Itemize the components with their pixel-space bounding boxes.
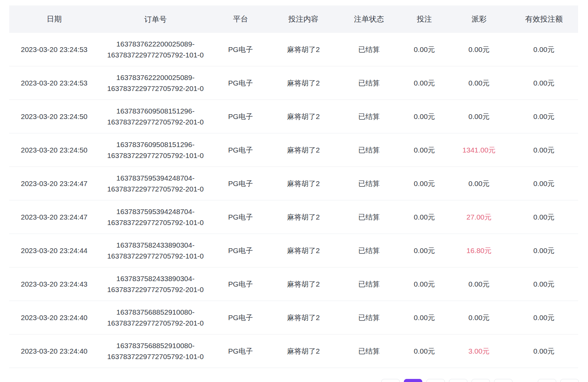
cell-bet-amount: 0.00元: [400, 145, 448, 155]
header-cell-valid: 有效投注额: [510, 14, 578, 24]
cell-platform: PG电子: [212, 45, 269, 54]
cell-valid-amount: 0.00元: [510, 279, 578, 289]
cell-order-number: 1637837595394248704-1637837229772705792-…: [99, 206, 212, 228]
pagination-button-active[interactable]: [404, 379, 422, 382]
table-row: 2023-03-20 23:24:40 1637837568852910080-…: [9, 301, 578, 334]
header-cell-platform: 平台: [212, 14, 269, 24]
cell-bet-content: 麻将胡了2: [269, 346, 338, 356]
cell-platform: PG电子: [212, 112, 269, 121]
cell-platform: PG电子: [212, 313, 269, 322]
cell-order-number: 1637837609508151296-1637837229772705792-…: [99, 139, 212, 161]
cell-date: 2023-03-20 23:24:47: [9, 213, 99, 221]
cell-platform: PG电子: [212, 212, 269, 222]
cell-date: 2023-03-20 23:24:43: [9, 280, 99, 288]
cell-valid-amount: 0.00元: [510, 145, 578, 155]
cell-bet-amount: 0.00元: [400, 179, 448, 188]
cell-payout: 0.00元: [448, 112, 510, 121]
cell-bet-content: 麻将胡了2: [269, 45, 338, 54]
cell-status: 已结算: [338, 246, 400, 255]
table-row: 2023-03-20 23:24:50 1637837609508151296-…: [9, 133, 578, 167]
cell-bet-content: 麻将胡了2: [269, 279, 338, 289]
cell-order-number: 1637837609508151296-1637837229772705792-…: [99, 106, 212, 127]
header-cell-date: 日期: [9, 14, 99, 24]
cell-status: 已结算: [338, 313, 400, 322]
header-cell-status: 注单状态: [338, 14, 400, 24]
cell-bet-amount: 0.00元: [400, 45, 448, 54]
cell-valid-amount: 0.00元: [510, 346, 578, 356]
cell-payout: 16.80元: [448, 246, 510, 255]
cell-bet-amount: 0.00元: [400, 246, 448, 255]
table-row: 2023-03-20 23:24:40 1637837568852910080-…: [9, 334, 578, 368]
cell-bet-amount: 0.00元: [400, 78, 448, 88]
cell-payout: 0.00元: [448, 279, 510, 289]
pagination-button[interactable]: [560, 379, 579, 382]
cell-date: 2023-03-20 23:24:40: [9, 347, 99, 355]
pagination-button[interactable]: [449, 379, 467, 382]
table-row: 2023-03-20 23:24:44 1637837582433890304-…: [9, 234, 578, 267]
header-cell-content: 投注内容: [269, 14, 338, 24]
cell-payout: 3.00元: [448, 346, 510, 356]
cell-status: 已结算: [338, 45, 400, 54]
table-row: 2023-03-20 23:24:43 1637837582433890304-…: [9, 267, 578, 301]
pagination-button[interactable]: [471, 379, 490, 382]
table-header-row: 日期 订单号 平台 投注内容 注单状态 投注 派彩 有效投注额: [9, 5, 578, 33]
cell-valid-amount: 0.00元: [510, 179, 578, 188]
pagination-button[interactable]: [426, 379, 445, 382]
cell-date: 2023-03-20 23:24:44: [9, 247, 99, 255]
cell-order-number: 1637837622200025089-1637837229772705792-…: [99, 39, 212, 60]
table-body: 2023-03-20 23:24:53 1637837622200025089-…: [9, 33, 578, 368]
cell-status: 已结算: [338, 212, 400, 222]
cell-platform: PG电子: [212, 179, 269, 188]
bet-records-table: 日期 订单号 平台 投注内容 注单状态 投注 派彩 有效投注额 2023-03-…: [9, 5, 578, 368]
cell-payout: 0.00元: [448, 78, 510, 88]
table-row: 2023-03-20 23:24:47 1637837595394248704-…: [9, 167, 578, 200]
cell-date: 2023-03-20 23:24:50: [9, 113, 99, 121]
cell-date: 2023-03-20 23:24:53: [9, 79, 99, 87]
cell-payout: 27.00元: [448, 212, 510, 222]
pagination-button[interactable]: [494, 379, 512, 382]
table-row: 2023-03-20 23:24:47 1637837595394248704-…: [9, 200, 578, 234]
cell-valid-amount: 0.00元: [510, 45, 578, 54]
cell-status: 已结算: [338, 78, 400, 88]
cell-status: 已结算: [338, 279, 400, 289]
cell-valid-amount: 0.00元: [510, 246, 578, 255]
cell-order-number: 1637837568852910080-1637837229772705792-…: [99, 307, 212, 328]
header-cell-order: 订单号: [99, 14, 212, 25]
cell-bet-content: 麻将胡了2: [269, 246, 338, 255]
table-row: 2023-03-20 23:24:50 1637837609508151296-…: [9, 100, 578, 133]
header-cell-payout: 派彩: [448, 14, 510, 24]
cell-bet-content: 麻将胡了2: [269, 313, 338, 322]
cell-platform: PG电子: [212, 78, 269, 88]
header-cell-bet: 投注: [400, 14, 448, 24]
pagination-button[interactable]: [538, 379, 556, 382]
cell-bet-amount: 0.00元: [400, 313, 448, 322]
cell-payout: 0.00元: [448, 179, 510, 188]
cell-valid-amount: 0.00元: [510, 313, 578, 322]
pagination-button[interactable]: [381, 379, 400, 382]
pagination-gap: [517, 379, 534, 382]
cell-date: 2023-03-20 23:24:53: [9, 45, 99, 54]
cell-valid-amount: 0.00元: [510, 78, 578, 88]
table-row: 2023-03-20 23:24:53 1637837622200025089-…: [9, 33, 578, 66]
cell-status: 已结算: [338, 112, 400, 121]
cell-status: 已结算: [338, 145, 400, 155]
cell-date: 2023-03-20 23:24:50: [9, 146, 99, 154]
cell-bet-amount: 0.00元: [400, 112, 448, 121]
cell-platform: PG电子: [212, 346, 269, 356]
pagination: [381, 379, 579, 382]
cell-payout: 0.00元: [448, 313, 510, 322]
cell-bet-amount: 0.00元: [400, 279, 448, 289]
cell-payout: 0.00元: [448, 45, 510, 54]
cell-order-number: 1637837568852910080-1637837229772705792-…: [99, 340, 212, 362]
cell-bet-content: 麻将胡了2: [269, 212, 338, 222]
cell-payout: 1341.00元: [448, 145, 510, 155]
cell-bet-content: 麻将胡了2: [269, 112, 338, 121]
cell-status: 已结算: [338, 346, 400, 356]
cell-valid-amount: 0.00元: [510, 112, 578, 121]
cell-status: 已结算: [338, 179, 400, 188]
cell-platform: PG电子: [212, 279, 269, 289]
cell-bet-amount: 0.00元: [400, 346, 448, 356]
cell-platform: PG电子: [212, 145, 269, 155]
cell-bet-amount: 0.00元: [400, 212, 448, 222]
cell-bet-content: 麻将胡了2: [269, 78, 338, 88]
